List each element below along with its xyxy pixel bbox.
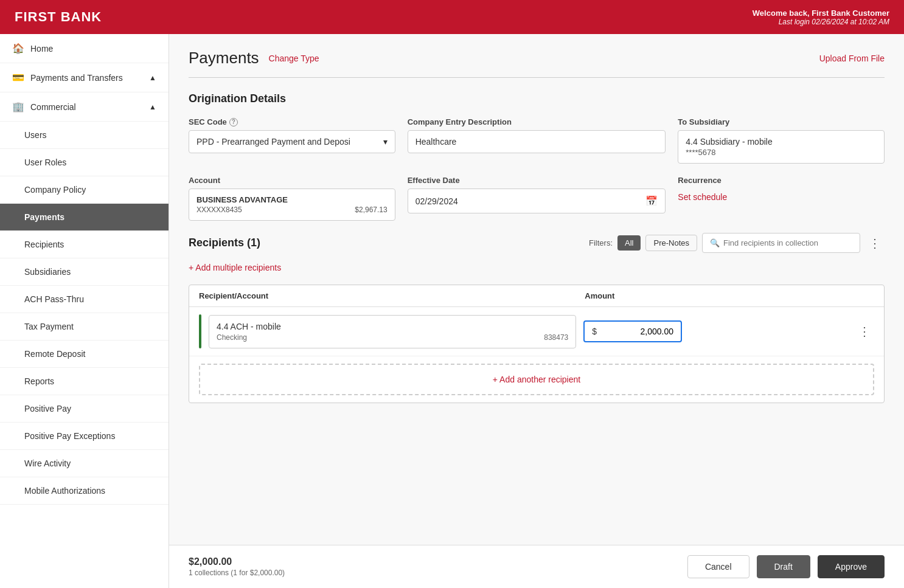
welcome-area: Welcome back, First Bank Customer Last l… [753, 9, 889, 26]
sidebar-item-payments[interactable]: Payments [0, 204, 169, 231]
draft-button[interactable]: Draft [757, 555, 810, 578]
filter-prenotes-button[interactable]: Pre-Notes [645, 235, 697, 251]
row-indicator [199, 314, 201, 348]
sec-code-label: SEC Code ? [189, 117, 395, 126]
sidebar-item-label: Positive Pay Exceptions [24, 431, 115, 441]
subsidiary-box: 4.4 Subsidiary - mobile ****5678 [678, 130, 885, 164]
row-more-button[interactable]: ⋮ [855, 324, 874, 339]
sidebar-item-user-roles[interactable]: User Roles [0, 149, 169, 176]
search-icon: 🔍 [710, 238, 720, 247]
account-balance: $2,967.13 [355, 206, 387, 214]
search-input[interactable] [723, 238, 852, 247]
sidebar-item-label: Remote Deposit [24, 349, 85, 359]
recurrence-group: Recurrence Set schedule [678, 176, 885, 221]
main-footer: $2,000.00 1 collections (1 for $2,000.00… [169, 545, 904, 588]
to-subsidiary-group: To Subsidiary 4.4 Subsidiary - mobile **… [678, 117, 885, 164]
cancel-button[interactable]: Cancel [687, 555, 749, 578]
sidebar-item-label: Home [30, 44, 53, 54]
calendar-icon: 📅 [645, 195, 658, 207]
page-title-area: Payments Change Type [189, 49, 319, 67]
card-icon: 💳 [12, 72, 24, 83]
origination-title: Origination Details [189, 92, 885, 105]
company-entry-input[interactable] [408, 130, 666, 153]
recipient-name: 4.4 ACH - mobile [217, 322, 568, 331]
company-entry-label: Company Entry Description [408, 117, 666, 126]
recipients-table: Recipient/Account Amount 4.4 ACH - mobil… [189, 285, 885, 403]
sidebar-item-subsidiaries[interactable]: Subsidiaries [0, 258, 169, 286]
effective-date-field[interactable]: 02/29/2024 📅 [408, 189, 666, 213]
form-row-2: Account BUSINESS ADVANTAGE XXXXXX8435 $2… [189, 176, 885, 221]
last-login-text: Last login 02/26/2024 at 10:02 AM [753, 18, 889, 26]
filters-area: Filters: All Pre-Notes 🔍 ⋮ [273, 233, 885, 253]
set-schedule-link[interactable]: Set schedule [678, 192, 885, 202]
sidebar-item-label: User Roles [24, 157, 66, 167]
main-inner: Payments Change Type Upload From File Or… [169, 34, 904, 545]
dollar-sign: $ [592, 327, 597, 336]
sidebar-item-label: Wire Activity [24, 458, 71, 468]
sidebar-item-positive-pay[interactable]: Positive Pay [0, 395, 169, 423]
add-recipient-label: + Add another recipient [493, 375, 580, 384]
info-icon: ? [229, 118, 238, 126]
sec-code-select[interactable]: PPD - Prearranged Payment and Deposi ▾ [189, 130, 395, 153]
subsidiary-acct: ****5678 [686, 148, 877, 157]
layout: 🏠 Home 💳 Payments and Transfers ▲ 🏢 Comm… [0, 34, 904, 588]
sidebar-item-users[interactable]: Users [0, 122, 169, 149]
to-subsidiary-label: To Subsidiary [678, 117, 885, 126]
sidebar-item-recipients[interactable]: Recipients [0, 231, 169, 258]
sidebar-item-mobile-authorizations[interactable]: Mobile Authorizations [0, 477, 169, 505]
filters-label: Filters: [589, 238, 613, 247]
amount-box: $ [583, 320, 682, 342]
sidebar-item-ach-pass-thru[interactable]: ACH Pass-Thru [0, 286, 169, 313]
origination-section: Origination Details SEC Code ? PPD - Pre… [189, 92, 885, 221]
filter-all-button[interactable]: All [617, 235, 641, 251]
sidebar-item-positive-pay-exceptions[interactable]: Positive Pay Exceptions [0, 423, 169, 450]
upload-from-file-link[interactable]: Upload From File [819, 54, 885, 63]
account-number: XXXXXX8435 [196, 206, 242, 214]
sec-code-value: PPD - Prearranged Payment and Deposi [196, 137, 350, 147]
sidebar-item-commercial[interactable]: 🏢 Commercial ▲ [0, 92, 169, 122]
account-box[interactable]: BUSINESS ADVANTAGE XXXXXX8435 $2,967.13 [189, 189, 395, 221]
sidebar-item-wire-activity[interactable]: Wire Activity [0, 450, 169, 477]
recurrence-label: Recurrence [678, 176, 885, 185]
recipients-header: Recipients (1) Filters: All Pre-Notes 🔍 … [189, 233, 885, 253]
sec-code-group: SEC Code ? PPD - Prearranged Payment and… [189, 117, 395, 164]
sidebar-item-payments-transfers[interactable]: 💳 Payments and Transfers ▲ [0, 63, 169, 92]
header-divider [189, 77, 885, 78]
sidebar-item-label: Users [24, 130, 47, 140]
subsidiary-name: 4.4 Subsidiary - mobile [686, 137, 877, 147]
page-title: Payments [189, 49, 259, 67]
footer-sub: 1 collections (1 for $2,000.00) [189, 569, 285, 577]
sidebar: 🏠 Home 💳 Payments and Transfers ▲ 🏢 Comm… [0, 34, 169, 588]
footer-total: $2,000.00 [189, 556, 285, 567]
logo: FIRST BANK [15, 9, 102, 25]
building-icon: 🏢 [12, 101, 24, 112]
add-multiple-link[interactable]: + Add multiple recipients [189, 263, 885, 272]
more-options-button[interactable]: ⋮ [865, 236, 885, 251]
sidebar-item-label: Payments and Transfers [30, 73, 123, 83]
col-header-recipient: Recipient/Account [199, 291, 585, 300]
sidebar-item-company-policy[interactable]: Company Policy [0, 176, 169, 204]
recipients-title: Recipients (1) [189, 237, 260, 249]
form-row-1: SEC Code ? PPD - Prearranged Payment and… [189, 117, 885, 164]
sidebar-item-label: Tax Payment [24, 322, 74, 331]
amount-area: $ [583, 320, 847, 342]
effective-date-value: 02/29/2024 [415, 196, 458, 206]
recipient-type: Checking [217, 333, 247, 342]
sidebar-item-reports[interactable]: Reports [0, 368, 169, 395]
effective-date-group: Effective Date 02/29/2024 📅 [408, 176, 666, 221]
change-type-link[interactable]: Change Type [269, 54, 319, 63]
sidebar-item-remote-deposit[interactable]: Remote Deposit [0, 341, 169, 368]
page-header: Payments Change Type Upload From File [189, 49, 885, 67]
sidebar-item-tax-payment[interactable]: Tax Payment [0, 313, 169, 341]
account-group: Account BUSINESS ADVANTAGE XXXXXX8435 $2… [189, 176, 395, 221]
search-box: 🔍 [702, 233, 860, 253]
sidebar-item-label: Payments [24, 212, 64, 222]
sidebar-item-label: Mobile Authorizations [24, 486, 105, 496]
sidebar-item-label: Recipients [24, 240, 64, 249]
account-label: Account [189, 176, 395, 185]
table-header: Recipient/Account Amount [189, 285, 884, 307]
approve-button[interactable]: Approve [818, 555, 885, 578]
add-another-recipient[interactable]: + Add another recipient [199, 364, 874, 395]
sidebar-item-home[interactable]: 🏠 Home [0, 34, 169, 63]
amount-input[interactable] [600, 327, 673, 336]
